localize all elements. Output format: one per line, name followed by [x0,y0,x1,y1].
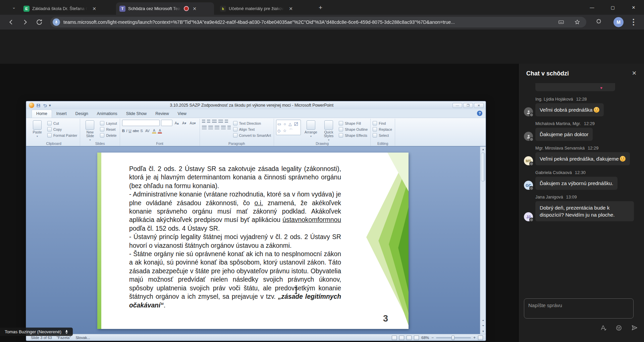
send-icon[interactable] [631,324,638,331]
tab-close-icon[interactable]: ✕ [91,6,97,11]
ribbon-item-delete[interactable]: Delete [100,133,117,137]
browser-tab-1[interactable]: E Základná škola Dr. Štefana Osu ✕ [20,2,111,15]
close-button[interactable]: ✕ [623,0,644,15]
shadow-button[interactable]: S [140,129,143,133]
address-bar[interactable]: teams.microsoft.com/light-meetings/launc… [50,17,586,27]
slideshow-view-icon[interactable] [414,336,419,340]
reading-view-icon[interactable] [407,336,412,340]
line-spacing-icon[interactable] [225,120,228,123]
message-bubble[interactable]: Veľmi pekná prednáška, ďakujeme [535,152,630,165]
ribbon-tab-home[interactable]: Home [32,110,52,118]
browser-profile-avatar[interactable]: M [613,17,624,27]
align-right-icon[interactable] [215,126,219,129]
emoji-icon[interactable] [615,325,622,331]
chat-close-icon[interactable]: ✕ [632,70,637,77]
ribbon-button-paste[interactable]: Paste▾ [30,120,45,138]
previous-slide-icon[interactable]: ⏶ [480,318,486,323]
chat-message-input[interactable]: Napíšte správu [524,298,634,319]
tab-close-icon[interactable]: ✕ [192,6,198,11]
save-icon[interactable] [36,103,41,108]
scroll-up-icon[interactable]: ▲ [480,147,486,152]
zoom-out-icon[interactable]: − [431,335,434,340]
extensions-icon[interactable] [596,19,602,25]
ribbon-tab-review[interactable]: Review [151,110,173,118]
maximize-button[interactable]: ▢ [602,0,623,15]
align-center-icon[interactable] [208,126,213,129]
columns-icon[interactable] [227,126,231,129]
ppt-titlebar[interactable]: ▾ 3.10.2025 SAZP Zodpovednosť za škodu p… [26,101,486,109]
ribbon-item-shape-fill[interactable]: Shape Fill [339,121,368,125]
shrink-font-icon[interactable]: A▾ [181,121,187,125]
strikethrough-button[interactable]: abc [133,129,139,133]
ribbon-tab-insert[interactable]: Insert [52,110,71,118]
new-tab-button[interactable]: + [319,4,322,11]
zoom-in-icon[interactable]: + [473,335,476,340]
zoom-thumb[interactable] [451,336,454,340]
ribbon-tab-animations[interactable]: Animations [93,110,122,118]
language-indicator[interactable]: Slovak... [75,336,90,340]
underline-button[interactable]: U [128,129,131,133]
highlight-color-icon[interactable]: A [152,128,156,133]
message-bubble[interactable]: Ďakujeme pán doktor [535,128,593,141]
change-case-icon[interactable]: Aa▾ [189,121,197,125]
justify-icon[interactable] [221,126,226,129]
font-size-box[interactable] [161,120,172,126]
fit-to-window-icon[interactable] [478,336,483,340]
slide-body-text[interactable]: Podľa čl. 2 ods. 2 Ústavy SR sa zakotvuj… [129,165,341,309]
normal-view-icon[interactable] [392,336,397,340]
vertical-scrollbar[interactable]: ▲ ⏶ ⏷ ▼ [480,147,486,334]
browser-tab-3[interactable]: k Učebné materiály pre žiakov a ✕ [217,2,311,15]
ribbon-item-align-text[interactable]: Align Text [233,127,271,131]
reload-icon[interactable] [36,18,43,26]
ribbon-item-replace[interactable]: Replace [373,127,392,131]
next-slide-icon[interactable]: ⏷ [480,323,486,329]
message-bubble[interactable]: Ďakujem za výbornú prednášku. [535,177,618,190]
increase-indent-icon[interactable] [218,120,223,123]
keyboard-icon[interactable] [558,19,564,25]
ppt-restore-button[interactable]: ❐ [463,103,473,108]
zoom-slider[interactable] [436,337,471,338]
ribbon-tab-view[interactable]: View [173,110,191,118]
tab-close-icon[interactable]: ✕ [288,6,294,11]
browser-tab-2-active[interactable]: T Schôdza cez Microsoft Teams ✕ [116,2,214,15]
ppt-close-button[interactable]: ✕ [474,103,484,108]
ribbon-item-convert-to-smartart[interactable]: Convert to SmartArt [233,133,271,137]
undo-icon[interactable] [43,103,47,108]
ribbon-item-layout[interactable]: Layout [100,121,117,125]
numbering-icon[interactable] [207,120,210,123]
bold-button[interactable]: B [122,129,125,133]
bookmark-star-icon[interactable] [574,19,580,25]
ribbon-tab-design[interactable]: Design [71,110,93,118]
align-left-icon[interactable] [202,126,207,129]
ribbon-item-select[interactable]: Select [373,133,392,137]
ribbon-button-arrange[interactable]: Arrange▾ [303,120,319,138]
browser-menu-icon[interactable]: ••• [633,18,635,26]
slide-canvas[interactable]: Podľa čl. 2 ods. 2 Ústavy SR sa zakotvuj… [26,146,486,334]
message-bubble[interactable]: Veľmi dobrá prednáška [535,103,604,116]
font-name-box[interactable] [122,120,160,126]
ribbon-item-find[interactable]: Find [373,121,392,125]
ribbon-item-reset[interactable]: Reset [100,127,117,131]
slide[interactable]: Podľa čl. 2 ods. 2 Ústavy SR sa zakotvuj… [97,153,409,329]
ribbon-item-shape-effects[interactable]: Shape Effects [339,133,368,137]
shape-gallery[interactable]: ▭ ○ △ 〼◇ ☆ ⌒ ⇨ [276,120,301,135]
scroll-thumb[interactable] [481,153,485,181]
ppt-minimize-button[interactable]: — [452,103,462,108]
office-orb-icon[interactable] [29,103,34,108]
font-color-icon[interactable]: A [158,128,162,133]
ribbon-item-shape-outline[interactable]: Shape Outline [339,127,368,131]
italic-button[interactable]: I [126,129,127,133]
ribbon-item-cut[interactable]: Cut [47,121,77,125]
format-icon[interactable] [600,325,607,331]
message-bubble[interactable]: Dobrý deň, prezentácia bude k dispozícií… [535,201,634,221]
grow-font-icon[interactable]: A▴ [174,121,180,125]
ribbon-tab-slide-show[interactable]: Slide Show [122,110,151,118]
scroll-down-icon[interactable]: ▼ [480,329,486,334]
ribbon-item-copy[interactable]: Copy [47,127,77,131]
tab-search-chevron-icon[interactable]: ⌄ [12,5,16,10]
slide-sorter-view-icon[interactable] [399,336,404,340]
back-icon[interactable] [7,18,15,26]
chat-message-list[interactable]: ♥ Ing. Lýdia Hojáková12:28Veľmi dobrá pr… [519,83,644,295]
ribbon-item-text-direction[interactable]: Text Direction [233,121,271,125]
ribbon-button-quick-styles[interactable]: Quick Styles▾ [321,120,336,141]
